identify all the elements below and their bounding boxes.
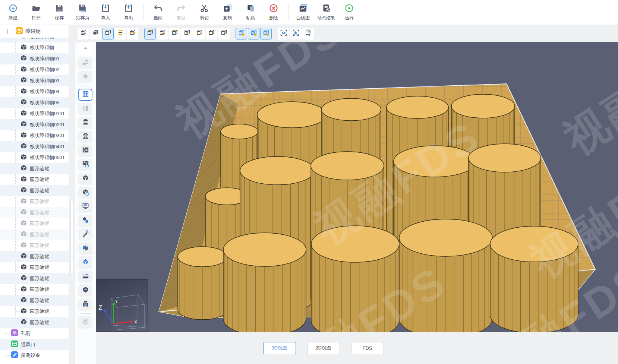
- detector-tool-button[interactable]: [78, 228, 92, 241]
- tree-item-板状障碍物01[interactable]: 板状障碍物01: [0, 53, 69, 64]
- cube-item-icon: [21, 77, 27, 85]
- save-label: 保存: [55, 15, 64, 21]
- tree-item-园形油罐[interactable]: 园形油罐: [0, 262, 69, 273]
- wall-tool-button[interactable]: [78, 145, 92, 157]
- display-wireframe-button[interactable]: [78, 28, 89, 39]
- delete-button[interactable]: 删除: [262, 3, 285, 21]
- tree-item-园形油罐[interactable]: 园形油罐: [0, 295, 69, 306]
- copy-button[interactable]: 复制: [216, 3, 239, 21]
- view-back-button[interactable]: [169, 28, 180, 39]
- tab-FDS[interactable]: FDS: [351, 342, 384, 354]
- mirror-tool-button[interactable]: [78, 71, 92, 83]
- slab-hole-tool-button[interactable]: [78, 131, 92, 143]
- tree-item-板状障碍物03[interactable]: 板状障碍物03: [0, 75, 69, 86]
- mesh-refine-tool-button[interactable]: [78, 103, 92, 115]
- show-face-lights-button[interactable]: [248, 28, 259, 39]
- zoom-fit-button[interactable]: [278, 28, 289, 39]
- slab-tool-button[interactable]: [78, 117, 92, 129]
- print-tool-button[interactable]: [78, 298, 92, 311]
- curve-chart-button[interactable]: 曲线图: [291, 3, 315, 21]
- tree-item-园形油罐[interactable]: 园形油罐: [0, 174, 69, 186]
- tree-item-园形油罐[interactable]: 园形油罐: [0, 317, 69, 328]
- wall-opening-tool-button[interactable]: [78, 159, 92, 171]
- display-solid-button[interactable]: [90, 28, 101, 39]
- cube-item-icon: [21, 275, 27, 282]
- import-button[interactable]: 导入: [94, 3, 117, 21]
- show-solid-lights-button[interactable]: [260, 28, 272, 39]
- tree-root-row[interactable]: 障碍物: [0, 25, 69, 38]
- view-right-button[interactable]: [206, 28, 217, 39]
- export-button[interactable]: 导出: [117, 3, 140, 21]
- solid-icon: [92, 29, 100, 38]
- tree-item-园形油罐[interactable]: 园形油罐: [0, 251, 69, 262]
- tree-item-园形油罐[interactable]: 园形油罐: [0, 207, 69, 218]
- tree-item-板状障碍物0501[interactable]: 板状障碍物0501: [0, 152, 69, 164]
- tree-category-探测设备[interactable]: 探测设备: [0, 350, 69, 361]
- tree-category-label: 通风口: [21, 341, 35, 348]
- rotate-tool-button[interactable]: [78, 57, 92, 69]
- tank-tool-button[interactable]: [78, 187, 92, 199]
- navigation-cube[interactable]: Y Z X: [96, 279, 148, 332]
- paste-button[interactable]: 粘贴: [239, 3, 262, 21]
- open-button[interactable]: 打开: [25, 3, 48, 21]
- cube-item-icon: [21, 143, 27, 151]
- dynamic-results-button[interactable]: 动态结果: [315, 3, 338, 21]
- tree-collapse-toggle[interactable]: [7, 29, 13, 34]
- obstacle-box-tool-button[interactable]: [78, 172, 92, 185]
- view-left-button[interactable]: [193, 28, 205, 39]
- fds-preview-button[interactable]: FDS: [302, 28, 314, 39]
- show-mesh-lights-button[interactable]: [236, 28, 247, 39]
- hole-tool-button[interactable]: [78, 284, 92, 297]
- tree-scrollbar[interactable]: [70, 200, 73, 275]
- tree-item-园形油罐[interactable]: 园形油罐: [0, 229, 69, 240]
- display-shaded-button[interactable]: [102, 28, 114, 39]
- cut-button[interactable]: 剪切: [193, 3, 216, 21]
- tree-category-通风口[interactable]: 通风口: [0, 339, 69, 350]
- tree-item-板状障碍物0401[interactable]: 板状障碍物0401: [0, 141, 69, 152]
- select-mode-button[interactable]: [290, 28, 302, 39]
- vent-tool-button[interactable]: [78, 200, 92, 213]
- tree-category-label: 孔洞: [21, 330, 31, 337]
- settings-gear-button[interactable]: [78, 316, 92, 329]
- undo-button[interactable]: 撤回: [146, 3, 170, 21]
- tree-item-板状障碍物05[interactable]: 板状障碍物05: [0, 97, 69, 108]
- mesh-grid-tool-button[interactable]: [78, 89, 92, 101]
- tree-item-园形油罐[interactable]: 园形油罐: [0, 284, 69, 295]
- viewport-3d[interactable]: Y Z X 视融FDS视融FDS视融FDS视融FDS视融FDS视融FDS: [96, 42, 618, 332]
- view-bottom-button[interactable]: [157, 28, 168, 39]
- view-center-button[interactable]: [181, 28, 193, 39]
- content-column: FDS Y Z X 视融FDS视融FDS视融FDS视融FDS视融FDS视融FDS: [75, 25, 618, 364]
- tab-3D视图[interactable]: 3D视图: [263, 342, 296, 354]
- display-slice-button[interactable]: [127, 28, 138, 39]
- tree-item-板状障碍物0101[interactable]: 板状障碍物0101: [0, 108, 69, 120]
- tree-item-板状障碍物02[interactable]: 板状障碍物02: [0, 64, 69, 76]
- view-top-button[interactable]: [144, 28, 156, 39]
- tree-item-板状障碍物[interactable]: 板状障碍物: [0, 42, 69, 54]
- region-tool-button[interactable]: [78, 256, 92, 269]
- tree-item-园形油罐[interactable]: 园形油罐: [0, 273, 69, 284]
- tree-item-园形油罐[interactable]: 园形油罐: [0, 163, 69, 174]
- display-layers-button[interactable]: [114, 28, 126, 39]
- tree-category-孔洞[interactable]: 孔洞: [0, 328, 69, 339]
- view-side-button[interactable]: [218, 28, 230, 39]
- tree-item-园形油罐[interactable]: 园形油罐: [0, 218, 69, 230]
- slice-tool-button[interactable]: [78, 243, 92, 255]
- new-button[interactable]: 新建: [1, 3, 25, 21]
- tree-item-园形油罐[interactable]: 园形油罐: [0, 196, 69, 208]
- save-button[interactable]: 保存: [48, 3, 71, 21]
- tree-item-园形油罐[interactable]: 园形油罐: [0, 240, 69, 251]
- terrain-tool-button[interactable]: [78, 270, 92, 283]
- redo-button[interactable]: 重做: [170, 3, 193, 21]
- run-button[interactable]: 运行: [338, 3, 361, 21]
- face-bottom-icon: [158, 29, 167, 38]
- tab-2D视图[interactable]: 2D视图: [307, 342, 340, 354]
- tree-item-label: 园形油罐: [30, 297, 49, 304]
- tree-item-板状障碍物04[interactable]: 板状障碍物04: [0, 86, 69, 98]
- scroll-up-button[interactable]: [78, 43, 92, 55]
- particle-tool-button[interactable]: [78, 215, 92, 227]
- save-as-button[interactable]: 另存为: [71, 3, 94, 21]
- tree-item-园形油罐[interactable]: 园形油罐: [0, 306, 69, 317]
- tree-item-园形油罐[interactable]: 园形油罐: [0, 185, 69, 196]
- tree-item-板状障碍物0201[interactable]: 板状障碍物0201: [0, 119, 69, 130]
- tree-item-板状障碍物0301[interactable]: 板状障碍物0301: [0, 130, 69, 142]
